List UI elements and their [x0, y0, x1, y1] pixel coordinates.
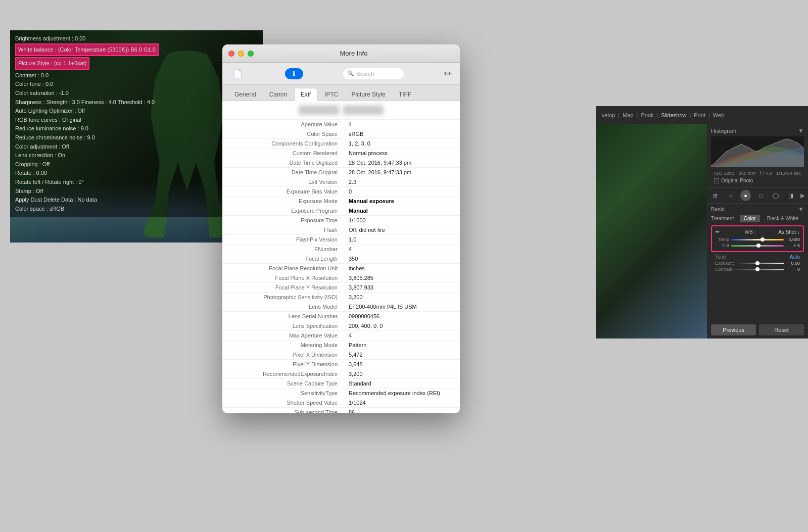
lr-basic-section: Basic ▼ Treatment : Color Black & White …	[707, 204, 808, 275]
edit-button[interactable]: ✏	[444, 68, 452, 79]
tab-iptc[interactable]: IPTC	[318, 88, 344, 101]
lr-tool-gradient[interactable]: ◨	[785, 190, 796, 201]
lr-temp-value: 4,650	[786, 237, 800, 242]
lightroom-panel: velop | Map | Book | Slideshow | Print |…	[596, 106, 808, 338]
document-icon[interactable]: 📄	[230, 67, 245, 81]
lr-module-slideshow[interactable]: Slideshow	[661, 112, 686, 118]
overlay-line13: Lens correction : On	[15, 151, 258, 160]
lr-exposure-slider[interactable]	[731, 263, 784, 264]
reset-button[interactable]: Reset	[759, 324, 804, 335]
overlay-line6: Color saturation : -1.0	[15, 89, 258, 98]
previous-button[interactable]: Previous	[711, 324, 756, 335]
lr-temp-row: Temp 4,650	[715, 237, 800, 242]
maximize-button[interactable]	[248, 51, 254, 57]
search-field[interactable]: 🔍 Search	[343, 68, 404, 79]
table-row: Components Configuration1, 2, 3, 0	[222, 139, 460, 149]
lr-module-bar: velop | Map | Book | Slideshow | Print |…	[596, 106, 808, 124]
lr-tint-thumb	[756, 244, 761, 248]
more-info-dialog: More Info 📄 ℹ 🔍 Search ✏ General Canon E…	[222, 44, 460, 413]
table-row: Color SpacesRGB	[222, 129, 460, 139]
lr-module-develop[interactable]: velop	[602, 112, 615, 118]
overlay-line15: Rotate : 0.00	[15, 169, 258, 178]
lr-tint-row: Tint + 5	[715, 243, 800, 248]
lr-basic-expand[interactable]: ▼	[798, 206, 804, 213]
table-row: Focal Plane Resolution Unitinches	[222, 264, 460, 273]
lr-dropper-icon[interactable]: ✒	[715, 228, 722, 235]
lr-tool-record[interactable]: ●	[740, 190, 751, 201]
lr-modules: velop | Map | Book | Slideshow | Print |…	[602, 112, 724, 118]
lr-module-web[interactable]: Web	[713, 112, 724, 118]
lr-exposure-thumb	[755, 261, 759, 265]
lr-photo-preview	[596, 124, 707, 338]
lr-module-print[interactable]: Print	[694, 112, 705, 118]
table-row: Lens Serial Number0900000456	[222, 312, 460, 321]
lr-basic-label: Basic	[711, 206, 725, 212]
lr-exposure-row: Exposure 0.00	[715, 261, 800, 266]
minimize-button[interactable]	[238, 51, 244, 57]
overlay-line9: RGB tone curves : Original	[15, 116, 258, 125]
overlay-line14: Cropping : Off	[15, 160, 258, 169]
tab-canon[interactable]: Canon	[263, 88, 293, 101]
table-row: Scene Capture TypeStandard	[222, 379, 460, 389]
lr-color-btn[interactable]: Color	[740, 215, 760, 222]
dialog-toolbar: 📄 ℹ 🔍 Search ✏	[222, 63, 460, 85]
table-row: Shutter Speed Value1/1024	[222, 398, 460, 408]
dialog-titlebar: More Info	[222, 44, 460, 63]
lr-temp-slider[interactable]	[731, 239, 784, 240]
lr-tool-circle[interactable]: ○	[725, 190, 736, 201]
lr-module-book[interactable]: Book	[641, 112, 653, 118]
lr-histogram-expand[interactable]: ▼	[798, 127, 804, 134]
lr-histogram-canvas	[711, 136, 804, 169]
lr-bw-btn[interactable]: Black & White	[763, 215, 802, 222]
tab-exif[interactable]: Exif	[294, 88, 317, 101]
exif-table: Aperture Value4Color SpacesRGBComponents…	[222, 101, 460, 413]
table-row: Focal Plane X Resolution3,805.285	[222, 273, 460, 283]
lr-contrast-thumb	[755, 267, 759, 271]
tab-general[interactable]: General	[228, 88, 262, 101]
lr-exposure-value: 0.00	[786, 261, 800, 266]
overlay-highlight-wb: White balance : (Color Temperature (5300…	[15, 43, 159, 57]
lr-histogram-section: Histogram ▼	[707, 124, 808, 188]
table-row	[222, 101, 460, 120]
table-row: FlashPix Version1.0	[222, 235, 460, 245]
tab-tiff[interactable]: TIFF	[393, 88, 417, 101]
overlay-line10: Reduce luminance noise : 9.0	[15, 124, 258, 133]
lr-contrast-value: 0	[786, 267, 800, 272]
close-button[interactable]	[228, 51, 234, 57]
table-row: Exposure ModeManual exposure	[222, 197, 460, 206]
lr-aperture: f / 4.0	[760, 170, 772, 176]
lr-tone-label-row: Tone Auto	[715, 254, 800, 260]
lr-tool-oval[interactable]: ◯	[770, 190, 781, 201]
lr-module-map[interactable]: Map	[623, 112, 633, 118]
dialog-title: More Info	[254, 50, 454, 57]
lr-shutter: 1/1,000 sec	[776, 170, 801, 176]
table-row: Date Time Original28 Oct. 2016, 9:47:33 …	[222, 168, 460, 177]
lr-contrast-slider[interactable]	[731, 269, 784, 270]
lr-wb-row: ✒ WB : As Shot ↓	[715, 228, 800, 235]
table-row: Pixel X Dimension5,472	[222, 350, 460, 360]
lr-histogram-label: Histogram	[711, 128, 736, 134]
search-icon: 🔍	[347, 70, 354, 77]
lr-treatment-row: Treatment : Color Black & White	[711, 215, 804, 222]
lr-original-checkbox[interactable]	[714, 178, 719, 183]
table-row: Pixel Y Dimension3,648	[222, 360, 460, 369]
overlay-line7: Sharpness : Strength : 3.0 Fineness : 4.…	[15, 98, 258, 107]
dialog-tabs: General Canon Exif IPTC Picture Style TI…	[222, 85, 460, 101]
lr-tint-value: + 5	[786, 243, 800, 248]
overlay-line19: Color space : sRGB	[15, 205, 258, 214]
info-button[interactable]: ℹ	[285, 68, 303, 79]
overlay-line16: Rotate left / Rotate right : 0°	[15, 178, 258, 187]
tab-picture-style[interactable]: Picture Style	[345, 88, 391, 101]
overlay-line11: Reduce chrominance noise : 9.0	[15, 133, 258, 142]
lr-tool-rect[interactable]: □	[755, 190, 766, 201]
histogram-svg	[711, 136, 804, 167]
table-row: RecommendedExposureIndex3,200	[222, 369, 460, 379]
lr-tools-row: ⊞ ○ ● □ ◯ ◨ ▶	[707, 188, 808, 204]
lr-right-panel: Histogram ▼	[707, 124, 808, 338]
lr-preview-bg	[596, 124, 707, 338]
lr-tone-auto[interactable]: Auto	[789, 254, 800, 260]
table-row: Sub-second Time86	[222, 408, 460, 414]
lr-tool-grid[interactable]: ⊞	[710, 190, 721, 201]
lr-expand-arrow[interactable]: ▶	[800, 192, 805, 199]
lr-tint-slider[interactable]	[731, 245, 784, 247]
